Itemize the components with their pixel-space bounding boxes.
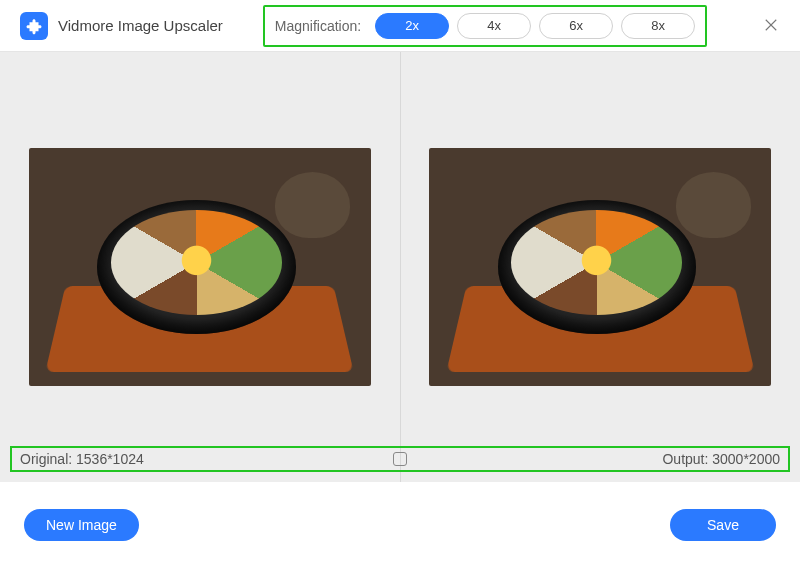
puzzle-icon xyxy=(25,17,43,35)
close-button[interactable] xyxy=(760,14,782,36)
original-dimensions: Original: 1536*1024 xyxy=(20,451,144,467)
magnification-label: Magnification: xyxy=(275,18,361,34)
save-button[interactable]: Save xyxy=(670,509,776,541)
close-icon xyxy=(762,16,780,34)
app-title: Vidmore Image Upscaler xyxy=(58,17,223,34)
magnification-group: Magnification: 2x 4x 6x 8x xyxy=(263,5,707,47)
output-preview-pane xyxy=(401,52,801,482)
header: Vidmore Image Upscaler Magnification: 2x… xyxy=(0,0,800,52)
app-logo xyxy=(20,12,48,40)
magnification-option-6x[interactable]: 6x xyxy=(539,13,613,39)
original-preview-pane xyxy=(0,52,401,482)
output-dimensions: Output: 3000*2000 xyxy=(662,451,780,467)
output-image xyxy=(429,148,771,386)
compare-handle-icon[interactable] xyxy=(393,452,407,466)
original-image xyxy=(29,148,371,386)
magnification-option-8x[interactable]: 8x xyxy=(621,13,695,39)
magnification-option-4x[interactable]: 4x xyxy=(457,13,531,39)
preview-area: Original: 1536*1024 Output: 3000*2000 xyxy=(0,52,800,482)
dimension-bar: Original: 1536*1024 Output: 3000*2000 xyxy=(10,446,790,472)
magnification-option-2x[interactable]: 2x xyxy=(375,13,449,39)
footer: New Image Save xyxy=(0,482,800,568)
new-image-button[interactable]: New Image xyxy=(24,509,139,541)
